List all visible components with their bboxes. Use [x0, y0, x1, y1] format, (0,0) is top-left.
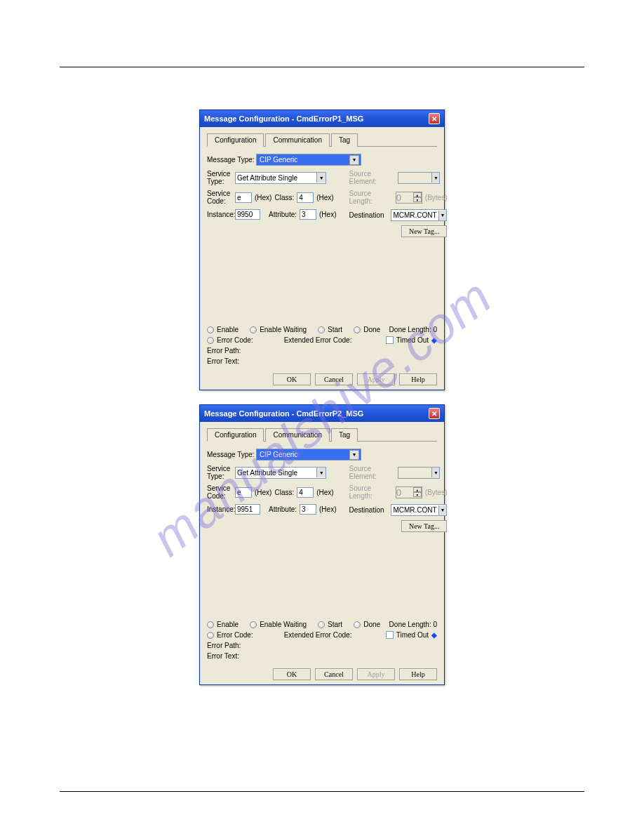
error-code-label: Error Code: — [217, 336, 253, 344]
tab-configuration[interactable]: Configuration — [207, 133, 264, 147]
window-title: Message Configuration - CmdErrorP2_MSG — [204, 409, 363, 418]
spin-up-icon: ▲ — [413, 192, 422, 197]
service-code-input[interactable] — [235, 192, 252, 203]
message-type-value: CIP Generic — [260, 156, 297, 164]
instance-input[interactable] — [235, 504, 260, 515]
timed-out-checkbox[interactable] — [386, 631, 394, 639]
page-footer-rule — [60, 791, 584, 792]
enable-label: Enable — [217, 621, 239, 628]
hex-label: (Hex) — [255, 194, 271, 201]
ext-error-code-label: Extended Error Code: — [284, 336, 352, 344]
titlebar: Message Configuration - CmdErrorP2_MSG ✕ — [200, 405, 444, 422]
bytes-label: (Bytes) — [425, 194, 448, 201]
status-indicator-icon — [354, 326, 361, 333]
hex-label: (Hex) — [319, 211, 336, 218]
status-indicator-icon — [207, 621, 214, 628]
apply-button: Apply — [357, 373, 395, 385]
spin-up-icon: ▲ — [413, 487, 422, 492]
message-type-label: Message Type: — [207, 451, 256, 458]
tab-communication[interactable]: Communication — [265, 428, 329, 442]
destination-label: Destination — [349, 506, 391, 514]
enable-waiting-label: Enable Waiting — [260, 621, 307, 628]
cancel-button[interactable]: Cancel — [315, 668, 353, 680]
tab-tag[interactable]: Tag — [331, 428, 358, 442]
tab-tag[interactable]: Tag — [331, 133, 358, 147]
close-icon[interactable]: ✕ — [429, 113, 440, 124]
chevron-down-icon: ▼ — [349, 450, 359, 460]
ok-button[interactable]: OK — [273, 668, 311, 680]
start-label: Start — [328, 621, 342, 628]
cancel-button[interactable]: Cancel — [315, 373, 353, 385]
source-length-value — [396, 192, 413, 203]
class-input[interactable] — [297, 487, 314, 498]
spin-down-icon: ▼ — [413, 197, 422, 202]
attribute-label: Attribute: — [269, 211, 297, 218]
status-indicator-icon — [318, 326, 325, 333]
spin-down-icon: ▼ — [413, 492, 422, 497]
message-config-dialog-1: Message Configuration - CmdErrorP1_MSG ✕… — [199, 110, 445, 390]
destination-label: Destination — [349, 211, 391, 219]
close-icon[interactable]: ✕ — [429, 408, 440, 419]
instance-input[interactable] — [235, 209, 260, 220]
service-type-dropdown[interactable]: ▼ — [235, 467, 326, 479]
titlebar: Message Configuration - CmdErrorP1_MSG ✕ — [200, 110, 444, 127]
class-label: Class: — [274, 489, 294, 496]
done-length-label: Done Length: 0 — [389, 326, 437, 333]
tab-configuration[interactable]: Configuration — [207, 428, 264, 442]
attribute-input[interactable] — [300, 504, 316, 515]
apply-button: Apply — [357, 668, 395, 680]
service-type-dropdown[interactable]: ▼ — [235, 172, 326, 184]
message-type-dropdown[interactable]: CIP Generic ▼ — [256, 154, 361, 166]
service-code-label: Service Code: — [207, 484, 235, 500]
message-config-dialog-2: Message Configuration - CmdErrorP2_MSG ✕… — [199, 404, 445, 685]
help-button[interactable]: Help — [399, 668, 437, 680]
chevron-down-icon: ▼ — [438, 211, 447, 220]
destination-value[interactable] — [391, 505, 438, 515]
bytes-label: (Bytes) — [425, 489, 448, 496]
source-length-spinner: ▲▼ — [396, 486, 422, 498]
source-length-label: Source Length: — [349, 190, 395, 205]
source-element-value — [398, 468, 431, 477]
window-title: Message Configuration - CmdErrorP1_MSG — [204, 114, 363, 123]
new-tag-button[interactable]: New Tag... — [401, 225, 448, 237]
source-length-value — [396, 487, 413, 498]
new-tag-button[interactable]: New Tag... — [401, 520, 448, 532]
source-element-dropdown: ▼ — [398, 467, 440, 479]
help-button[interactable]: Help — [399, 373, 437, 385]
message-type-label: Message Type: — [207, 156, 256, 164]
timed-out-checkbox[interactable] — [386, 336, 394, 344]
status-indicator-icon — [250, 326, 257, 333]
destination-dropdown[interactable]: ▼ — [391, 504, 447, 516]
tabs: Configuration Communication Tag — [207, 133, 437, 147]
error-text-label: Error Text: — [207, 652, 239, 660]
attribute-input[interactable] — [300, 209, 316, 220]
timed-out-arrow-icon: ◆ — [431, 631, 437, 639]
message-type-value: CIP Generic — [260, 451, 297, 458]
message-type-dropdown[interactable]: CIP Generic ▼ — [256, 449, 361, 461]
class-input[interactable] — [297, 192, 314, 203]
status-indicator-icon — [207, 326, 214, 333]
timed-out-arrow-icon: ◆ — [431, 336, 437, 344]
service-type-value[interactable] — [236, 173, 316, 183]
source-length-label: Source Length: — [349, 484, 395, 500]
hex-label: (Hex) — [316, 489, 333, 496]
enable-label: Enable — [217, 326, 239, 333]
service-code-input[interactable] — [235, 487, 252, 498]
destination-dropdown[interactable]: ▼ — [391, 209, 447, 221]
status-indicator-icon — [354, 621, 361, 628]
error-path-label: Error Path: — [207, 642, 241, 649]
service-type-value[interactable] — [236, 468, 316, 477]
tab-communication[interactable]: Communication — [265, 133, 329, 147]
timed-out-label: Timed Out — [396, 631, 429, 639]
enable-waiting-label: Enable Waiting — [260, 326, 307, 333]
ok-button[interactable]: OK — [273, 373, 311, 385]
class-label: Class: — [274, 194, 294, 201]
chevron-down-icon: ▼ — [431, 173, 439, 183]
page-header-rule — [60, 67, 584, 67]
status-indicator-icon — [250, 621, 257, 628]
source-element-label: Source Element: — [349, 170, 398, 185]
done-label: Done — [363, 326, 380, 333]
destination-value[interactable] — [391, 211, 438, 220]
status-indicator-icon — [207, 632, 214, 639]
service-code-label: Service Code: — [207, 190, 235, 205]
